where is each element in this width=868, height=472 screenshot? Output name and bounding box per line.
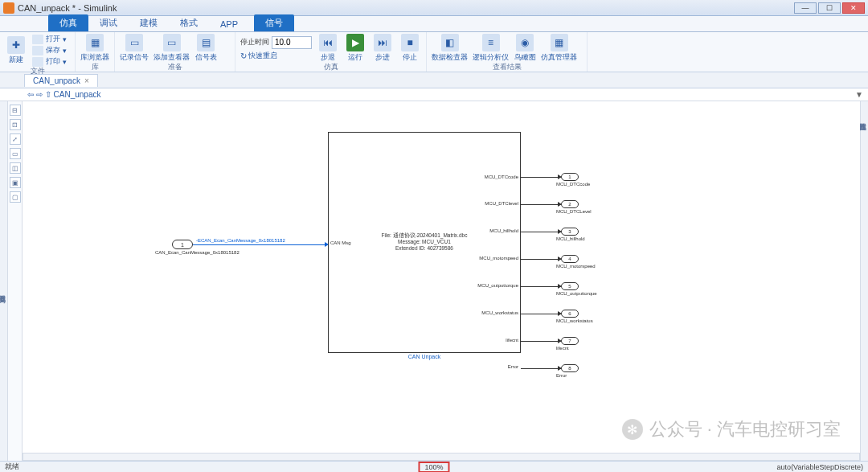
outport-2[interactable]: 3 bbox=[561, 228, 579, 236]
minimize-button[interactable]: — bbox=[794, 2, 817, 14]
status-bar: 就绪 100% auto(VariableStepDiscrete) bbox=[0, 461, 868, 472]
print-button[interactable]: 打印 ▾ bbox=[32, 56, 67, 67]
tab-signal[interactable]: 信号 bbox=[254, 14, 294, 31]
watermark: ✻ 公众号 · 汽车电控研习室 bbox=[622, 417, 841, 441]
outport-4[interactable]: 5 bbox=[561, 282, 579, 290]
path-dropdown[interactable]: ▼ bbox=[855, 90, 863, 99]
tab-modeling[interactable]: 建模 bbox=[129, 14, 169, 31]
outport-label-7: Error bbox=[556, 373, 567, 378]
data-inspector-button[interactable]: ◧数据检查器 bbox=[432, 34, 468, 63]
can-out-0: MCU_DTCcode bbox=[485, 174, 518, 179]
open-button[interactable]: 打开 ▾ bbox=[32, 34, 67, 44]
can-out-5: MCU_workstatus bbox=[481, 310, 518, 315]
can-out-7: Error bbox=[508, 364, 518, 369]
can-unpack-block[interactable]: CAN Msg File: 通信协议-20240401_Matrix.dbc M… bbox=[328, 132, 521, 353]
signal-line-out-7[interactable] bbox=[521, 368, 561, 369]
canvas-palette: ⊟ ⊡ ⤢ ▭ ◫ ▣ ▢ bbox=[8, 101, 23, 461]
palette-fit[interactable]: ▭ bbox=[10, 148, 21, 159]
save-button[interactable]: 保存 ▾ bbox=[32, 45, 67, 55]
path-bar: ⇦ ⇨ ⇧ CAN_unpack ▼ bbox=[0, 88, 868, 101]
outport-1[interactable]: 2 bbox=[561, 200, 579, 208]
signal-line-out-2[interactable] bbox=[521, 232, 561, 232]
horizontal-scrollbar[interactable] bbox=[23, 453, 860, 461]
outport-label-5: MCU_workstatus bbox=[556, 318, 593, 323]
tab-debug[interactable]: 调试 bbox=[88, 14, 129, 31]
sim-manager-button[interactable]: ▦仿真管理器 bbox=[541, 34, 577, 63]
stop-button[interactable]: ■停止 bbox=[399, 34, 421, 63]
outport-label-1: MCU_DTCLevel bbox=[556, 209, 592, 214]
tab-simulation[interactable]: 仿真 bbox=[48, 14, 88, 31]
signal-line-out-6[interactable] bbox=[521, 341, 561, 342]
outport-3[interactable]: 4 bbox=[561, 255, 579, 263]
ribbon: ✚新建 打开 ▾ 保存 ▾ 打印 ▾ 文件 ▦库浏览器 库 ▭记录信号 ▭添加查… bbox=[0, 32, 868, 72]
group-file: 文件 bbox=[5, 67, 70, 75]
step-back-button[interactable]: ⏮步退 bbox=[317, 34, 339, 63]
log-signal-button[interactable]: ▭记录信号 bbox=[120, 34, 149, 63]
can-out-3: MCU_motorspeed bbox=[479, 256, 518, 261]
birdseye-button[interactable]: ◉鸟瞰图 bbox=[514, 34, 536, 63]
outport-label-6: lifecnt bbox=[556, 346, 569, 351]
group-simulation: 仿真 bbox=[240, 63, 421, 71]
stop-time-label: 停止时间 bbox=[240, 37, 269, 47]
signal-table-button[interactable]: ▤信号表 bbox=[194, 34, 217, 63]
ribbon-tabs: 仿真 调试 建模 格式 APP 信号 bbox=[0, 16, 868, 32]
outport-5[interactable]: 6 bbox=[561, 310, 579, 318]
palette-zoom-fit[interactable]: ⊡ bbox=[10, 119, 21, 130]
palette-image[interactable]: ▣ bbox=[10, 177, 21, 188]
outport-0[interactable]: 1 bbox=[561, 173, 579, 181]
wechat-icon: ✻ bbox=[622, 419, 643, 440]
palette-zoom-in[interactable]: ⤢ bbox=[10, 133, 21, 145]
inport-label: CAN_Ecan_CanMessage_0x18015182 bbox=[155, 250, 240, 255]
outport-label-2: MCU_hillhold bbox=[556, 236, 585, 241]
stop-time-input[interactable] bbox=[272, 36, 312, 49]
outport-6[interactable]: 7 bbox=[561, 337, 579, 345]
doc-tabs: CAN_unpack × bbox=[0, 72, 868, 88]
doc-tab-close[interactable]: × bbox=[84, 76, 89, 85]
inport-block[interactable]: 1 bbox=[172, 240, 193, 249]
signal-line-input[interactable] bbox=[193, 244, 328, 245]
can-inport-label: CAN Msg bbox=[330, 240, 351, 245]
maximize-button[interactable]: ☐ bbox=[818, 2, 841, 14]
canvas[interactable]: 1 CAN_Ecan_CanMessage_0x18015182 -ECAN_E… bbox=[23, 101, 860, 461]
app-icon bbox=[3, 2, 14, 14]
add-viewer-button[interactable]: ▭添加查看器 bbox=[154, 34, 190, 63]
doc-tab[interactable]: CAN_unpack × bbox=[24, 74, 98, 87]
new-button[interactable]: ✚新建 bbox=[5, 36, 27, 65]
step-forward-button[interactable]: ⏭步进 bbox=[371, 34, 394, 63]
palette-annotation[interactable]: ◫ bbox=[10, 162, 21, 174]
can-out-1: MCU_DTClevel bbox=[485, 201, 518, 206]
library-browser-button[interactable]: ▦库浏览器 bbox=[80, 34, 109, 63]
palette-hide[interactable]: ⊟ bbox=[10, 105, 21, 116]
can-block-caption: CAN Unpack bbox=[328, 354, 521, 359]
logic-analyzer-button[interactable]: ≡逻辑分析仪 bbox=[473, 34, 509, 63]
status-solver: auto(VariableStepDiscrete) bbox=[777, 463, 863, 471]
tab-format[interactable]: 格式 bbox=[169, 14, 209, 31]
can-out-4: MCU_outputtorque bbox=[477, 283, 518, 288]
status-ready: 就绪 bbox=[5, 462, 53, 472]
outport-label-3: MCU_motorspeed bbox=[556, 264, 596, 269]
doc-tab-label: CAN_unpack bbox=[33, 76, 80, 85]
zoom-level[interactable]: 100% bbox=[418, 462, 449, 473]
can-out-6: lifecnt bbox=[506, 338, 518, 343]
signal-line-out-3[interactable] bbox=[521, 259, 561, 260]
signal-line-out-0[interactable] bbox=[521, 177, 561, 178]
group-library: 库 bbox=[80, 63, 109, 71]
signal-line-out-5[interactable] bbox=[521, 314, 561, 314]
property-inspector-panel[interactable]: 属性检查器 bbox=[860, 101, 868, 461]
signal-label: -ECAN_Ecan_CanMessage_0x18015182 bbox=[196, 238, 285, 243]
close-button[interactable]: ✕ bbox=[842, 2, 865, 14]
tab-app[interactable]: APP bbox=[209, 17, 249, 31]
run-button[interactable]: ▶运行 bbox=[344, 34, 366, 63]
signal-line-out-4[interactable] bbox=[521, 286, 561, 287]
signal-line-out-1[interactable] bbox=[521, 204, 561, 205]
window-title: CAN_unpack * - Simulink bbox=[18, 3, 794, 13]
can-out-2: MCU_hillhold bbox=[489, 228, 518, 233]
model-browser-panel[interactable]: 模型浏览器 bbox=[0, 101, 8, 461]
fast-restart-button[interactable]: ↻快速重启 bbox=[240, 51, 312, 61]
path-text[interactable]: CAN_unpack bbox=[54, 90, 101, 99]
outport-label-0: MCU_DTCcode bbox=[556, 182, 590, 187]
palette-area[interactable]: ▢ bbox=[10, 191, 21, 203]
outport-7[interactable]: 8 bbox=[561, 364, 579, 372]
outport-label-4: MCU_outputtorque bbox=[556, 291, 597, 296]
workspace: 模型浏览器 ⊟ ⊡ ⤢ ▭ ◫ ▣ ▢ 1 CAN_Ecan_CanMessag… bbox=[0, 101, 868, 461]
